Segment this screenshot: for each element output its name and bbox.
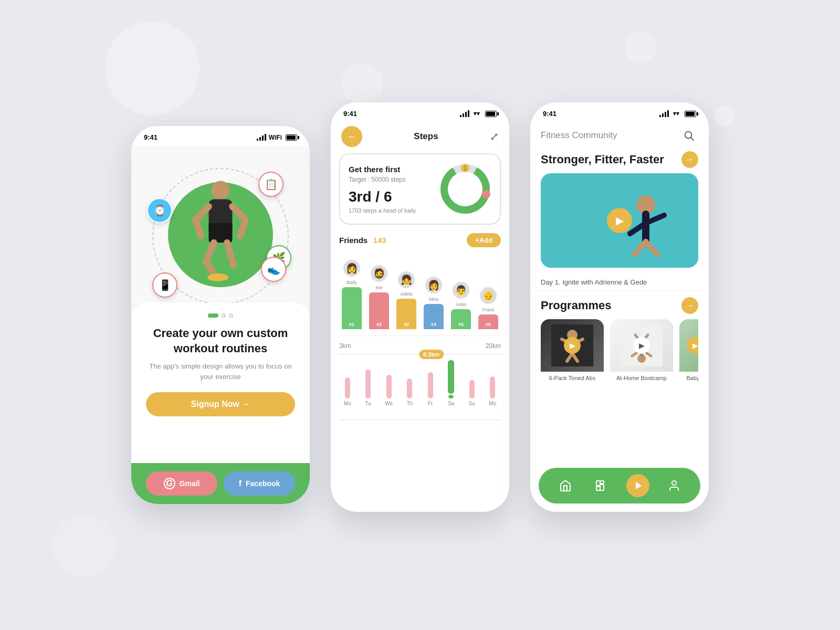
chart-bar-tu (365, 370, 371, 398)
back-button[interactable]: ← (341, 126, 362, 147)
play-button-featured[interactable]: ▶ (607, 208, 632, 233)
chart-bar-su (469, 380, 475, 398)
play-button-3[interactable]: ▶ (687, 337, 698, 354)
friend-bar-frans: #6 (478, 314, 498, 329)
distance-max: 20km (486, 342, 501, 350)
status-time-3: 9:41 (543, 110, 556, 118)
chart-col-fr: Fr (422, 360, 439, 406)
svg-rect-40 (600, 481, 604, 484)
status-bar-2: 9:41 ▾▾ (331, 102, 509, 122)
chart-bar-we (386, 375, 392, 398)
friend-bar-mira: #4 (424, 304, 444, 329)
svg-line-8 (206, 262, 216, 276)
nav-home[interactable] (554, 474, 577, 497)
featured-header: Stronger, Fitter, Faster → (530, 151, 709, 173)
battery-3 (685, 111, 696, 117)
svg-line-17 (691, 138, 694, 140)
programmes-arrow-button[interactable]: → (681, 297, 698, 314)
status-time-1: 9:41 (144, 133, 158, 141)
svg-point-10 (207, 274, 228, 281)
friend-adela: 👧 Adela #3 (394, 271, 419, 329)
facebook-label: Facebook (246, 479, 280, 488)
friend-avatar-astin: 👨 (453, 282, 469, 299)
friend-bar-adela: #3 (396, 299, 416, 329)
nav-video[interactable] (626, 474, 649, 497)
chart-bar-th (407, 379, 412, 398)
watch-icon: ⌚ (147, 198, 172, 223)
featured-video[interactable]: ▶ (541, 173, 698, 268)
signup-title: Create your own custom workout routines (146, 326, 295, 356)
chart-bar-fr (428, 372, 433, 398)
bottom-navigation (539, 468, 700, 503)
chart-col-mo2: Mo (485, 360, 501, 406)
friend-bar-astin: #5 (451, 309, 471, 329)
challenge-ahead: 1703 steps a head of baily (349, 207, 416, 214)
programmes-section: Programmes → (530, 297, 709, 459)
challenge-name: Get there first (349, 165, 416, 174)
gmail-label: Gmail (180, 479, 200, 488)
chart-bars: Mo Tu We Th (339, 354, 501, 417)
distance-section: 3km 20km 8,3km Mo (331, 342, 509, 512)
video-overlay: ▶ (541, 173, 698, 268)
status-bar-1: 9:41 WiFi (131, 126, 310, 145)
hero-section: ⌚ 📋 🌿 👟 📱 (131, 145, 310, 313)
facebook-button[interactable]: f Facebook (224, 471, 295, 496)
status-icons-2: ▾▾ (460, 110, 497, 117)
friends-title-group: Friends 143 (339, 236, 386, 245)
programmes-list: ▶ 6-Pack Toned Abs (541, 319, 698, 381)
friends-section: Friends 143 +Add 👩 Baily #1 (331, 233, 509, 335)
friend-name-baily: Baily (346, 280, 357, 285)
programme-card-3[interactable]: ▶ Baby... (679, 319, 698, 381)
facebook-icon: f (239, 479, 242, 488)
svg-point-15 (482, 190, 490, 198)
list-icon: 📋 (258, 172, 284, 197)
svg-rect-42 (600, 485, 604, 490)
challenge-info: Get there first Target : 50000 steps 3rd… (349, 165, 416, 214)
search-button[interactable] (679, 126, 698, 145)
athlete-figure (178, 161, 262, 298)
programme-img-1: ▶ (541, 319, 604, 372)
signal-bar (259, 137, 261, 141)
programme-img-3: ▶ (679, 319, 698, 372)
chart-col-mo1: Mo (339, 360, 356, 406)
programmes-title: Programmes (541, 299, 612, 312)
friends-bars: 👩 Baily #1 🧔 Me #2 (339, 256, 501, 329)
friend-me: 🧔 Me #2 (366, 265, 392, 329)
signal-1 (257, 134, 266, 141)
signup-card: Create your own custom workout routines … (131, 303, 310, 463)
featured-title: Stronger, Fitter, Faster (541, 153, 664, 166)
friend-avatar-frans: 👴 (480, 287, 497, 304)
play-button-1[interactable]: ▶ (564, 337, 581, 354)
friend-bar-baily: #1 (342, 287, 362, 329)
svg-rect-39 (596, 481, 600, 486)
community-title: Fitness Community (541, 130, 617, 141)
play-overlay-1: ▶ (564, 337, 581, 354)
share-icon[interactable]: ⤢ (490, 130, 499, 143)
chart-area: 8,3km Mo Tu We (339, 354, 501, 433)
play-button-2[interactable]: ▶ (633, 337, 650, 354)
distance-min: 3km (339, 342, 351, 350)
add-friend-button[interactable]: +Add (467, 233, 501, 247)
programme-label-2: At-Home Bootcamp (610, 375, 673, 381)
friends-header: Friends 143 +Add (339, 233, 501, 247)
active-dot (448, 395, 454, 398)
programme-card-2[interactable]: ▶ At-Home Bootcamp (610, 319, 673, 381)
signup-button[interactable]: Signup Now → (146, 392, 295, 416)
friend-name-mira: Mira (429, 297, 438, 302)
battery-1 (286, 134, 297, 141)
chart-bottom-line (339, 419, 501, 420)
video-caption: Day 1. Ignite with Adrienne & Gede (530, 274, 709, 291)
wifi-icon-2: ▾▾ (474, 110, 480, 117)
nav-programs[interactable] (590, 474, 613, 497)
svg-rect-2 (209, 223, 233, 243)
featured-arrow-button[interactable]: → (681, 151, 698, 168)
programme-card-1[interactable]: ▶ 6-Pack Toned Abs (541, 319, 604, 381)
wifi-icon-1: WiFi (269, 134, 282, 141)
gmail-button[interactable]: G Gmail (146, 471, 217, 496)
programme-label-3: Baby... (679, 375, 698, 381)
nav-profile[interactable] (663, 474, 686, 497)
chart-col-su: Su (464, 360, 480, 406)
dot-inactive-2 (229, 313, 233, 318)
card-dots (208, 313, 233, 318)
friend-bar-me: #2 (369, 292, 389, 329)
